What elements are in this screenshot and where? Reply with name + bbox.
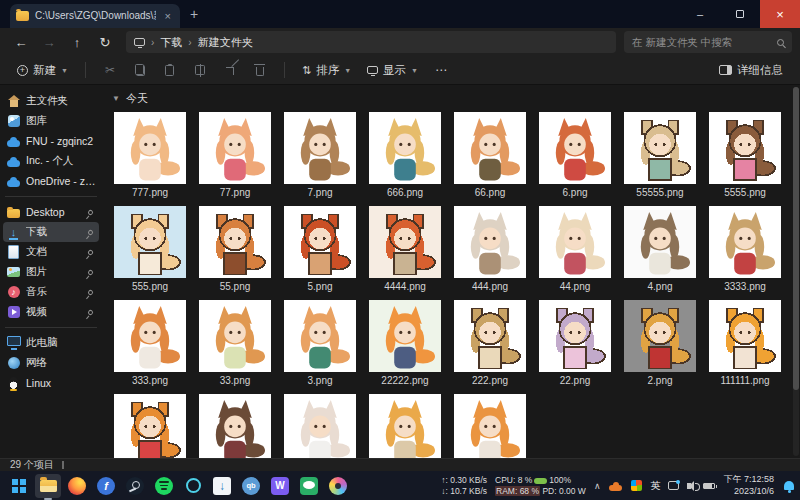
taskbar-app-spotify[interactable] bbox=[151, 474, 177, 498]
sidebar-item-cloud[interactable]: OneDrive - zgqinc bbox=[3, 171, 99, 191]
colorful-tray-icon[interactable] bbox=[631, 480, 642, 491]
sidebar-item-cloud[interactable]: FNU - zgqinc2 bbox=[3, 131, 99, 151]
search-input[interactable] bbox=[632, 36, 771, 48]
file-tile-444.png[interactable]: 444.png bbox=[450, 206, 530, 293]
file-tile-111111.png[interactable]: 111111.png bbox=[705, 300, 785, 387]
file-tile-3.png[interactable]: 3.png bbox=[280, 300, 360, 387]
sidebar-item-video[interactable]: 视频 bbox=[3, 302, 99, 322]
file-tile-55555.png[interactable]: 55555.png bbox=[620, 112, 700, 199]
view-button[interactable]: 显示 ▼ bbox=[360, 59, 425, 82]
file-tile[interactable] bbox=[280, 394, 360, 458]
group-header-today[interactable]: ▼ 今天 bbox=[112, 91, 790, 106]
taskbar-app-steam[interactable] bbox=[122, 474, 148, 498]
taskbar-app-paint[interactable] bbox=[325, 474, 351, 498]
file-tile-66.png[interactable]: 66.png bbox=[450, 112, 530, 199]
sidebar-item-cloud[interactable]: Inc. - 个人 bbox=[3, 151, 99, 171]
sidebar-item-home[interactable]: 主文件夹 bbox=[3, 91, 99, 111]
file-name: 333.png bbox=[110, 374, 190, 387]
copy-button[interactable] bbox=[126, 59, 154, 81]
breadcrumb-downloads[interactable]: 下载 bbox=[160, 35, 182, 50]
notification-bell-icon[interactable] bbox=[784, 481, 794, 490]
file-tile-33.png[interactable]: 33.png bbox=[195, 300, 275, 387]
breadcrumb[interactable]: › 下载 › 新建文件夹 bbox=[126, 31, 616, 53]
sidebar-item-doc[interactable]: 文档 bbox=[3, 242, 99, 262]
taskbar-app-wechat[interactable] bbox=[296, 474, 322, 498]
sidebar-item-music[interactable]: 音乐 bbox=[3, 282, 99, 302]
more-button[interactable]: ⋯ bbox=[427, 59, 455, 81]
refresh-button[interactable]: ↻ bbox=[92, 31, 118, 53]
file-tile[interactable] bbox=[110, 394, 190, 458]
share-button[interactable] bbox=[216, 59, 244, 81]
hidden-icons-chevron[interactable]: ∧ bbox=[594, 481, 601, 491]
scrollbar-thumb[interactable] bbox=[793, 87, 799, 390]
chevron-right-icon: › bbox=[188, 37, 191, 48]
sidebar-item-download[interactable]: 下载 bbox=[3, 222, 99, 242]
file-tile-77.png[interactable]: 77.png bbox=[195, 112, 275, 199]
tab-close-icon[interactable]: × bbox=[162, 10, 174, 22]
maximize-button[interactable] bbox=[720, 0, 760, 28]
close-button[interactable]: × bbox=[760, 0, 800, 28]
sidebar-item-pc[interactable]: 此电脑 bbox=[3, 333, 99, 353]
file-tile[interactable] bbox=[195, 394, 275, 458]
file-tile-777.png[interactable]: 777.png bbox=[110, 112, 190, 199]
sidebar-item-folder[interactable]: Desktop bbox=[3, 202, 99, 222]
file-tile-3333.png[interactable]: 3333.png bbox=[705, 206, 785, 293]
paste-button[interactable] bbox=[156, 59, 184, 81]
new-button[interactable]: + 新建 ▼ bbox=[10, 59, 75, 82]
file-tile-4444.png[interactable]: 4444.png bbox=[365, 206, 445, 293]
file-tile-555.png[interactable]: 555.png bbox=[110, 206, 190, 293]
sort-button[interactable]: ⇅ 排序 ▼ bbox=[295, 59, 358, 82]
search-box[interactable] bbox=[624, 31, 792, 53]
breadcrumb-new-folder[interactable]: 新建文件夹 bbox=[198, 35, 253, 50]
file-tile-22222.png[interactable]: 22222.png bbox=[365, 300, 445, 387]
cpu-ram-monitor[interactable]: CPU: 8 %100% RAM: 68 % PD: 0.00 W bbox=[495, 475, 586, 496]
taskbar-app-start[interactable] bbox=[6, 474, 32, 498]
taskbar-app-firefox[interactable] bbox=[64, 474, 90, 498]
clock[interactable]: 下午 7:12:58 2023/10/6 bbox=[723, 474, 774, 497]
rename-button[interactable] bbox=[186, 59, 214, 81]
battery-icon[interactable] bbox=[703, 483, 715, 489]
cloud-drive-tray-icon[interactable] bbox=[608, 480, 623, 492]
sidebar-item-pic[interactable]: 图片 bbox=[3, 262, 99, 282]
minimize-button[interactable]: – bbox=[680, 0, 720, 28]
sidebar-item-linux[interactable]: Linux bbox=[3, 373, 99, 393]
sidebar-item-net[interactable]: 网络 bbox=[3, 353, 99, 373]
back-button[interactable]: ← bbox=[8, 31, 34, 53]
ime-indicator[interactable]: 英 bbox=[650, 479, 660, 493]
file-tile-5.png[interactable]: 5.png bbox=[280, 206, 360, 293]
taskbar-app-qbittorrent[interactable]: qb bbox=[238, 474, 264, 498]
taskbar-app-files[interactable]: f bbox=[93, 474, 119, 498]
sidebar-item-gallery[interactable]: 图库 bbox=[3, 111, 99, 131]
network-speed[interactable]: ↑: 0.30 KB/s ↓: 10.7 KB/s bbox=[441, 475, 487, 496]
file-tile-5555.png[interactable]: 5555.png bbox=[705, 112, 785, 199]
file-tile-2.png[interactable]: 2.png bbox=[620, 300, 700, 387]
details-pane-button[interactable]: 详细信息 bbox=[712, 59, 790, 82]
file-tile-4.png[interactable]: 4.png bbox=[620, 206, 700, 293]
speaker-icon[interactable] bbox=[687, 483, 691, 489]
rename-icon bbox=[195, 65, 205, 75]
cut-button[interactable]: ✂ bbox=[96, 59, 124, 81]
file-tile-7.png[interactable]: 7.png bbox=[280, 112, 360, 199]
explorer-tab[interactable]: C:\Users\ZGQ\Downloads\新建 × bbox=[10, 4, 180, 28]
file-tile-55.png[interactable]: 55.png bbox=[195, 206, 275, 293]
file-name: 111111.png bbox=[705, 374, 785, 387]
taskbar-app-explorer[interactable] bbox=[35, 474, 61, 498]
taskbar-app-quark[interactable] bbox=[180, 474, 206, 498]
file-tile[interactable] bbox=[450, 394, 530, 458]
cast-tray-icon[interactable] bbox=[668, 481, 679, 490]
file-tile[interactable] bbox=[365, 394, 445, 458]
scrollbar[interactable] bbox=[793, 87, 799, 456]
up-button[interactable]: ↑ bbox=[64, 31, 90, 53]
taskbar-app-downloader[interactable]: ↓ bbox=[209, 474, 235, 498]
file-name: 5.png bbox=[280, 280, 360, 293]
taskbar-app-watt[interactable]: W bbox=[267, 474, 293, 498]
new-tab-button[interactable]: + bbox=[190, 6, 198, 22]
file-tile-44.png[interactable]: 44.png bbox=[535, 206, 615, 293]
forward-button[interactable]: → bbox=[36, 31, 62, 53]
file-tile-333.png[interactable]: 333.png bbox=[110, 300, 190, 387]
file-tile-222.png[interactable]: 222.png bbox=[450, 300, 530, 387]
file-tile-6.png[interactable]: 6.png bbox=[535, 112, 615, 199]
delete-button[interactable] bbox=[246, 59, 274, 81]
file-tile-22.png[interactable]: 22.png bbox=[535, 300, 615, 387]
file-tile-666.png[interactable]: 666.png bbox=[365, 112, 445, 199]
